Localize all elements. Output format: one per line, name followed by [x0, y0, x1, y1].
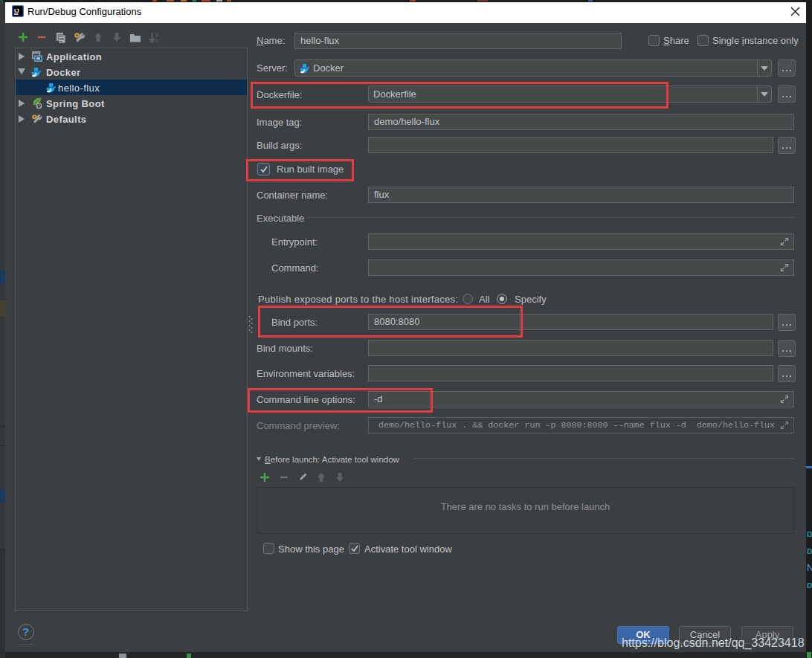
svg-text:IJ: IJ — [14, 7, 19, 14]
svg-text:z: z — [155, 37, 158, 44]
